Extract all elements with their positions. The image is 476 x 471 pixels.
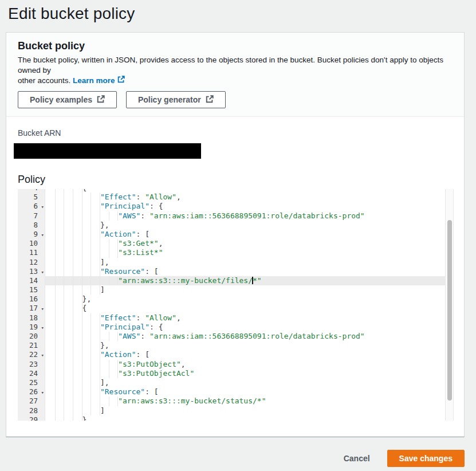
line-number[interactable]: 20 <box>18 332 45 341</box>
line-number[interactable]: 23 <box>18 360 45 369</box>
learn-more-label: Learn more <box>73 76 115 86</box>
fold-arrow-icon[interactable]: ▾ <box>41 351 44 360</box>
line-number[interactable]: 22▾ <box>18 350 45 359</box>
footer-actions: Cancel Save changes <box>6 450 470 467</box>
line-number[interactable]: 19▾ <box>18 323 45 332</box>
fold-arrow-icon[interactable]: ▾ <box>41 268 44 277</box>
line-number[interactable]: 29 <box>18 415 45 421</box>
code-line[interactable]: 10"s3:Get*", <box>18 239 445 248</box>
code-line[interactable]: 17▾{ <box>18 304 445 313</box>
code-line[interactable]: 21}, <box>18 341 445 350</box>
code-text[interactable]: "Resource": [ <box>45 387 445 397</box>
bucket-policy-description: The bucket policy, written in JSON, prov… <box>18 55 453 86</box>
code-text[interactable]: "arn:aws:s3:::my-bucket/files/*" <box>45 276 445 285</box>
code-line[interactable]: 26▾"Resource": [ <box>18 387 445 397</box>
code-line[interactable]: 14"arn:aws:s3:::my-bucket/files/*" <box>18 276 445 285</box>
code-line[interactable]: 6▾"Principal": { <box>18 202 445 211</box>
code-line[interactable]: 5"Effect": "Allow", <box>18 193 445 202</box>
code-text[interactable]: "s3:PutObject", <box>45 360 445 369</box>
code-line[interactable]: 24"s3:PutObjectAcl" <box>18 369 445 378</box>
code-line[interactable]: 18"Effect": "Allow", <box>18 313 445 323</box>
policy-generator-button[interactable]: Policy generator <box>126 91 226 108</box>
code-text[interactable]: }, <box>45 415 445 421</box>
fold-arrow-icon[interactable]: ▾ <box>41 202 44 211</box>
code-text[interactable]: }, <box>45 295 445 304</box>
policy-generator-label: Policy generator <box>138 95 201 104</box>
code-text[interactable]: "Effect": "Allow", <box>45 313 445 323</box>
line-number[interactable]: 27 <box>18 397 45 406</box>
line-number[interactable]: 28 <box>18 406 45 415</box>
code-text[interactable]: "Principal": { <box>45 323 445 332</box>
fold-arrow-icon[interactable]: ▾ <box>41 304 44 313</box>
code-text[interactable]: "Effect": "Allow", <box>45 193 445 202</box>
description-line-1: The bucket policy, written in JSON, prov… <box>18 56 443 74</box>
code-text[interactable]: { <box>45 304 445 313</box>
fold-arrow-icon[interactable]: ▾ <box>41 388 44 397</box>
policy-examples-button[interactable]: Policy examples <box>18 91 117 108</box>
policy-editor-lines: 4{5"Effect": "Allow",6▾"Principal": {7"A… <box>18 189 445 421</box>
line-number[interactable]: 25 <box>18 378 45 387</box>
code-line[interactable]: 27"arn:aws:s3:::my-bucket/status/*" <box>18 397 445 406</box>
code-text[interactable]: ], <box>45 258 445 267</box>
fold-arrow-icon[interactable]: ▾ <box>41 323 44 332</box>
line-number[interactable]: 12 <box>18 258 45 267</box>
line-number[interactable]: 11 <box>18 248 45 257</box>
cancel-button[interactable]: Cancel <box>344 454 370 463</box>
code-line[interactable]: 22▾"Action": [ <box>18 350 445 359</box>
code-text[interactable]: "AWS": "arn:aws:iam::563668895091:role/d… <box>45 332 445 341</box>
description-line-2: other accounts. <box>18 76 70 85</box>
code-text[interactable]: }, <box>45 341 445 350</box>
code-line[interactable]: 13▾"Resource": [ <box>18 267 445 276</box>
line-number[interactable]: 18 <box>18 313 45 323</box>
line-number[interactable]: 14 <box>18 276 45 285</box>
code-line[interactable]: 19▾"Principal": { <box>18 323 445 332</box>
code-text[interactable]: "s3:PutObjectAcl" <box>45 369 445 378</box>
line-number[interactable]: 13▾ <box>18 267 45 276</box>
save-changes-button[interactable]: Save changes <box>387 450 465 467</box>
code-line[interactable]: 9▾"Action": [ <box>18 230 445 239</box>
code-text[interactable]: "Action": [ <box>45 350 445 359</box>
code-line[interactable]: 7"AWS": "arn:aws:iam::563668895091:role/… <box>18 211 445 221</box>
code-line[interactable]: 8}, <box>18 221 445 230</box>
code-text[interactable]: "s3:Get*", <box>45 239 445 248</box>
line-number[interactable]: 26▾ <box>18 387 45 397</box>
code-text[interactable]: "s3:List*" <box>45 248 445 257</box>
code-text[interactable]: "arn:aws:s3:::my-bucket/status/*" <box>45 397 445 406</box>
code-line[interactable]: 12], <box>18 258 445 267</box>
editor-scrollbar[interactable] <box>445 189 454 421</box>
code-text[interactable]: }, <box>45 221 445 230</box>
code-line[interactable]: 16}, <box>18 295 445 304</box>
code-line[interactable]: 28] <box>18 406 445 415</box>
learn-more-link[interactable]: Learn more <box>73 76 125 86</box>
editor-scrollbar-thumb[interactable] <box>447 220 452 401</box>
line-number[interactable]: 15 <box>18 285 45 295</box>
line-number[interactable]: 21 <box>18 341 45 350</box>
code-text[interactable]: ] <box>45 285 445 295</box>
external-link-icon <box>206 95 214 105</box>
line-number[interactable]: 7 <box>18 211 45 221</box>
code-line[interactable]: 23"s3:PutObject", <box>18 360 445 369</box>
bucket-policy-card: Bucket policy The bucket policy, written… <box>6 32 465 437</box>
line-number[interactable]: 10 <box>18 239 45 248</box>
code-line[interactable]: 15] <box>18 285 445 295</box>
code-line[interactable]: 20"AWS": "arn:aws:iam::563668895091:role… <box>18 332 445 341</box>
line-number[interactable]: 5 <box>18 193 45 202</box>
code-line[interactable]: 11"s3:List*" <box>18 248 445 257</box>
code-line[interactable]: 29}, <box>18 415 445 421</box>
policy-code-editor[interactable]: 4{5"Effect": "Allow",6▾"Principal": {7"A… <box>18 189 454 421</box>
fold-arrow-icon[interactable]: ▾ <box>41 230 44 240</box>
code-text[interactable]: "Resource": [ <box>45 267 445 276</box>
code-text[interactable]: ] <box>45 406 445 415</box>
line-number[interactable]: 24 <box>18 369 45 378</box>
line-number[interactable]: 9▾ <box>18 230 45 239</box>
code-text[interactable]: "AWS": "arn:aws:iam::563668895091:role/d… <box>45 211 445 221</box>
code-text[interactable]: "Principal": { <box>45 202 445 211</box>
code-text[interactable]: "Action": [ <box>45 230 445 239</box>
header-buttons-row: Policy examples Policy generator <box>18 91 453 108</box>
line-number[interactable]: 17▾ <box>18 304 45 313</box>
code-text[interactable]: ], <box>45 378 445 387</box>
line-number[interactable]: 16 <box>18 295 45 304</box>
code-line[interactable]: 25], <box>18 378 445 387</box>
line-number[interactable]: 8 <box>18 221 45 230</box>
line-number[interactable]: 6▾ <box>18 202 45 211</box>
